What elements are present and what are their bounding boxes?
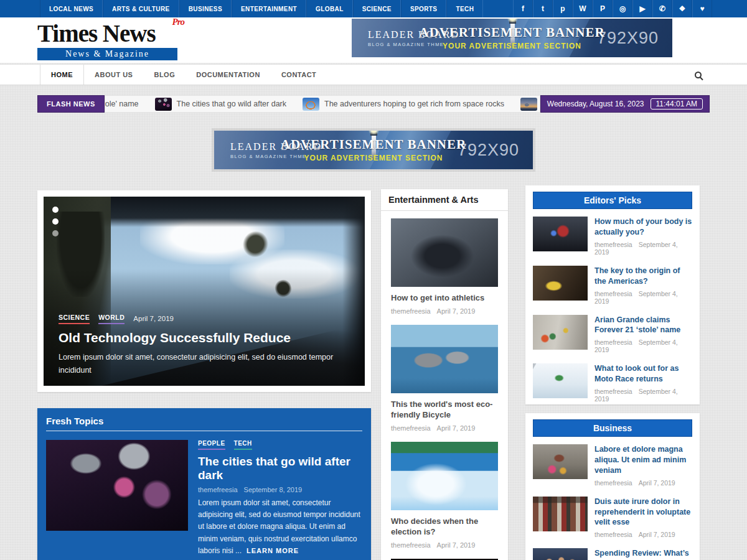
article-thumbnail[interactable] <box>533 266 588 301</box>
article-title[interactable]: How much of your body is actually you? <box>594 217 692 238</box>
twitter-icon[interactable]: t <box>533 0 553 17</box>
wordpress-icon[interactable]: W <box>573 0 593 17</box>
hero-title[interactable]: Old Technology Successfully Reduce <box>59 330 350 345</box>
article-date: April 7, 2019 <box>639 531 675 538</box>
fresh-topics-section: Fresh Topics PEOPLE TECH The cities that… <box>37 408 371 560</box>
main-menu-bar: HOME ABOUT US BLOG DOCUMENTATION CONTACT <box>0 64 747 85</box>
article-thumbnail[interactable] <box>46 440 188 531</box>
article-title[interactable]: The key to the origin of the Americas? <box>594 266 692 287</box>
ticker-item[interactable]: ole' name <box>105 100 139 108</box>
article-thumbnail[interactable] <box>391 218 498 287</box>
header-ad-banner[interactable]: LEADER BOARD BLOG & MAGAZINE THME ADVERT… <box>352 19 672 57</box>
facebook-icon[interactable]: f <box>513 0 533 17</box>
article-title[interactable]: Spending Review: What’s it all about? <box>594 548 692 560</box>
slider-dot-2[interactable] <box>52 218 59 225</box>
menu-item-blog[interactable]: BLOG <box>143 65 186 85</box>
article-thumbnail[interactable] <box>391 442 498 510</box>
ticker-item[interactable]: The world's most beautiful ra <box>520 98 540 111</box>
menu-item-contact[interactable]: CONTACT <box>271 65 327 85</box>
business-section: Business Labore et dolore magna aliqua. … <box>525 413 700 560</box>
article-title[interactable]: Who decides when the election is? <box>391 516 498 538</box>
article-author[interactable]: themefreesia <box>391 541 431 549</box>
section-heading: Editors' Picks <box>533 192 692 209</box>
entertainment-arts-section: Entertainment & Arts How to get into ath… <box>381 189 508 560</box>
article-author[interactable]: themefreesia <box>391 307 431 315</box>
tag-science[interactable]: SCIENCE <box>59 314 90 324</box>
category-menu: LOCAL NEWS ARTS & CULTURE BUSINESS ENTER… <box>40 0 483 17</box>
youtube-icon[interactable]: ▶ <box>632 0 652 17</box>
article-author[interactable]: themefreesia <box>594 338 632 346</box>
article: Spending Review: What’s it all about? th… <box>533 548 692 560</box>
article-title[interactable]: Duis aute irure dolor in reprehenderit i… <box>594 497 692 528</box>
search-button[interactable] <box>684 65 712 85</box>
article-title[interactable]: The cities that go wild after dark <box>198 455 362 482</box>
article: This the world's most eco-friendly Bicyc… <box>391 325 498 432</box>
article-excerpt: Lorem ipsum dolor sit amet, consectetur … <box>198 497 362 557</box>
article-thumbnail[interactable] <box>533 497 588 531</box>
article-author[interactable]: themefreesia <box>594 531 632 538</box>
category-tech[interactable]: TECH <box>446 0 483 17</box>
menu-item-home[interactable]: HOME <box>40 65 84 85</box>
article-thumbnail[interactable] <box>533 548 588 560</box>
article-title[interactable]: Labore et dolore magna aliqua. Ut enim a… <box>594 444 692 476</box>
article-thumbnail[interactable] <box>533 444 588 479</box>
slider-dots <box>52 207 59 236</box>
article-title[interactable]: This the world's most eco-friendly Bicyc… <box>391 399 498 421</box>
ticker-item[interactable]: The cities that go wild after dark <box>155 98 286 111</box>
paypal-icon[interactable]: P <box>593 0 613 17</box>
ticker-text: The adventurers hoping to get rich from … <box>324 100 504 108</box>
article-title[interactable]: Arian Grande claims Forever 21 ‘stole’ n… <box>594 315 692 336</box>
category-global[interactable]: GLOBAL <box>306 0 353 17</box>
article-thumbnail[interactable] <box>391 325 498 393</box>
tag-tech[interactable]: TECH <box>234 440 252 450</box>
section-heading: Entertainment & Arts <box>381 189 508 211</box>
hero-date: April 7, 2019 <box>133 315 174 322</box>
dropbox-icon[interactable]: ❖ <box>672 0 692 17</box>
category-entertainment[interactable]: ENTERTAINMENT <box>232 0 306 17</box>
tag-people[interactable]: PEOPLE <box>198 440 225 450</box>
whatsapp-icon[interactable]: ✆ <box>652 0 672 17</box>
site-logo[interactable]: Times NewsPro News & Magazine <box>37 21 181 60</box>
flash-news-bar: FLASH NEWS ole' name The cities that go … <box>37 95 710 113</box>
ad-size-label: 792X90 <box>458 141 519 160</box>
article-author[interactable]: themefreesia <box>594 479 632 487</box>
search-icon <box>695 72 702 78</box>
category-science[interactable]: SCIENCE <box>353 0 401 17</box>
article-title[interactable]: How to get into athletics <box>391 292 498 304</box>
slider-dot-3[interactable] <box>52 230 59 236</box>
flash-news-label: FLASH NEWS <box>37 95 105 113</box>
news-ticker[interactable]: ole' name The cities that go wild after … <box>105 95 540 113</box>
ticker-item[interactable]: The adventurers hoping to get rich from … <box>303 98 504 111</box>
hero-article-image[interactable]: SCIENCE WORLD April 7, 2019 Old Technolo… <box>44 197 365 386</box>
article: Duis aute irure dolor in reprehenderit i… <box>533 497 692 541</box>
content-ad-banner[interactable]: LEADER BOARD BLOG & MAGAZINE THME ADVERT… <box>214 131 533 169</box>
article-author[interactable]: themefreesia <box>391 424 431 432</box>
article-thumbnail[interactable] <box>533 315 588 350</box>
tag-world[interactable]: WORLD <box>98 314 125 324</box>
menu-item-about-us[interactable]: ABOUT US <box>84 65 143 85</box>
article: Arian Grande claims Forever 21 ‘stole’ n… <box>533 315 692 356</box>
instagram-icon[interactable]: ◎ <box>613 0 632 17</box>
slider-dot-1[interactable] <box>52 207 59 213</box>
date-time-box: Wednesday, August 16, 2023 11:44:01 AM <box>540 95 710 113</box>
article-thumbnail[interactable] <box>533 217 588 251</box>
ticker-thumbnail <box>520 98 537 111</box>
category-sports[interactable]: SPORTS <box>401 0 447 17</box>
category-arts-culture[interactable]: ARTS & CULTURE <box>103 0 179 17</box>
fresh-featured-article: PEOPLE TECH The cities that go wild afte… <box>46 440 362 557</box>
article-author[interactable]: themefreesia <box>594 290 632 297</box>
social-links: f t p W P ◎ ▶ ✆ ❖ ♥ <box>513 0 712 17</box>
article-author[interactable]: themefreesia <box>594 241 632 248</box>
pinterest-icon[interactable]: p <box>553 0 573 17</box>
article-title[interactable]: What to look out for as Moto Race return… <box>594 363 692 385</box>
category-local-news[interactable]: LOCAL NEWS <box>40 0 103 17</box>
category-business[interactable]: BUSINESS <box>179 0 232 17</box>
article-author[interactable]: themefreesia <box>198 486 238 493</box>
menu-item-documentation[interactable]: DOCUMENTATION <box>186 65 271 85</box>
heart-icon[interactable]: ♥ <box>692 0 712 17</box>
article-thumbnail[interactable] <box>533 363 588 398</box>
article-author[interactable]: themefreesia <box>594 388 632 395</box>
article-date: September 8, 2019 <box>244 486 303 493</box>
article: What to look out for as Moto Race return… <box>533 363 692 404</box>
learn-more-link[interactable]: LEARN MORE <box>247 547 299 554</box>
